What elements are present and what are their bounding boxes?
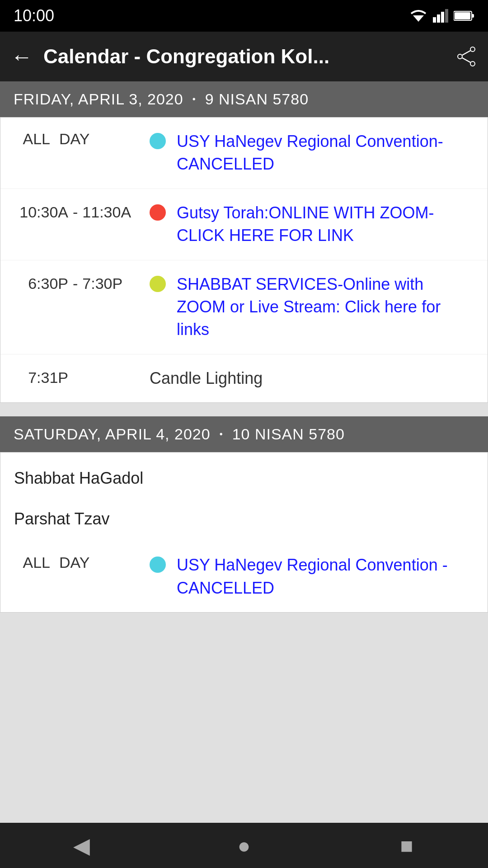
table-row: 7:31P Candle Lighting: [0, 354, 488, 402]
dot-separator-friday: •: [192, 94, 196, 104]
event-time-allday-5: ALL DAY: [14, 554, 150, 571]
event-time-allday-1: ALL DAY: [14, 130, 150, 148]
dot-separator-saturday: •: [220, 429, 223, 439]
event-title-3[interactable]: SHABBAT SERVICES-Online with ZOOM or Liv…: [177, 273, 474, 341]
calendar-content: FRIDAY, APRIL 3, 2020 • 9 NISAN 5780 ALL…: [0, 81, 488, 644]
nav-home-button[interactable]: ●: [221, 823, 267, 868]
svg-rect-6: [472, 14, 474, 18]
day-date-friday: FRIDAY, APRIL 3, 2020: [14, 90, 183, 108]
svg-line-11: [462, 51, 470, 55]
svg-marker-0: [413, 15, 424, 22]
day-section-friday: FRIDAY, APRIL 3, 2020 • 9 NISAN 5780 ALL…: [0, 81, 488, 403]
table-row: 10:30A - 11:30A Gutsy Torah:ONLINE WITH …: [0, 189, 488, 260]
time-start-4: 7:31P: [14, 369, 68, 387]
day-section-saturday: SATURDAY, APRIL 4, 2020 • 10 NISAN 5780 …: [0, 416, 488, 613]
app-bar: ← Calendar - Congregation Kol...: [0, 32, 488, 81]
svg-line-12: [462, 58, 470, 62]
event-title-5[interactable]: USY HaNegev Regional Convention - CANCEL…: [177, 554, 474, 599]
day-date-saturday: SATURDAY, APRIL 4, 2020: [14, 425, 211, 443]
svg-point-10: [458, 54, 462, 59]
day-header-saturday: SATURDAY, APRIL 4, 2020 • 10 NISAN 5780: [0, 416, 488, 452]
svg-rect-3: [441, 12, 444, 23]
status-time: 10:00: [14, 6, 54, 25]
status-bar: 10:00: [0, 0, 488, 32]
time-start-3: 6:30P: [14, 275, 68, 292]
day-body-friday: ALL DAY USY HaNegev Regional Convention-…: [0, 117, 488, 403]
event-time-3: 6:30P - 7:30P: [14, 273, 150, 292]
table-row: 6:30P - 7:30P SHABBAT SERVICES-Online wi…: [0, 260, 488, 354]
nav-bar: ◀ ● ■: [0, 823, 488, 868]
time-sep-3: -: [73, 275, 78, 292]
svg-rect-2: [437, 14, 440, 23]
event-title-1[interactable]: USY HaNegev Regional Convention-CANCELLE…: [177, 130, 474, 176]
svg-rect-4: [445, 9, 448, 23]
day-body-saturday: Shabbat HaGadol Parshat Tzav ALL DAY USY…: [0, 452, 488, 613]
signal-icon: [433, 9, 448, 23]
status-icons: [409, 9, 474, 23]
table-row: ALL DAY USY HaNegev Regional Convention …: [0, 541, 488, 612]
time-start-2: 10:30A: [14, 203, 68, 221]
event-dot-yellow-3: [150, 276, 166, 292]
day-hebrew-friday: 9 NISAN 5780: [205, 90, 309, 108]
day-label-5: DAY: [59, 554, 89, 571]
time-end-3: 7:30P: [82, 275, 122, 292]
event-title-4: Candle Lighting: [150, 367, 474, 390]
time-end-2: 11:30A: [82, 203, 131, 221]
event-dot-cyan-5: [150, 557, 166, 573]
svg-rect-1: [433, 17, 436, 23]
day-header-friday: FRIDAY, APRIL 3, 2020 • 9 NISAN 5780: [0, 81, 488, 117]
special-item-shabbat: Shabbat HaGadol: [0, 453, 488, 497]
special-item-parshat: Parshat Tzav: [0, 497, 488, 541]
day-hebrew-saturday: 10 NISAN 5780: [232, 425, 345, 443]
all-label: ALL: [14, 130, 50, 148]
svg-point-8: [470, 47, 475, 52]
table-row: ALL DAY USY HaNegev Regional Convention-…: [0, 118, 488, 189]
nav-recents-button[interactable]: ■: [384, 823, 429, 868]
nav-back-button[interactable]: ◀: [59, 823, 104, 868]
svg-point-9: [470, 61, 475, 66]
event-dot-cyan-1: [150, 133, 166, 149]
back-button[interactable]: ←: [11, 44, 33, 69]
battery-icon: [454, 10, 474, 21]
share-icon[interactable]: [455, 46, 477, 67]
wifi-icon: [409, 9, 427, 23]
event-title-2[interactable]: Gutsy Torah:ONLINE WITH ZOOM-CLICK HERE …: [177, 202, 474, 247]
day-label: DAY: [59, 130, 89, 148]
event-time-2: 10:30A - 11:30A: [14, 202, 150, 221]
time-sep-2: -: [73, 203, 78, 221]
page-title: Calendar - Congregation Kol...: [43, 45, 455, 68]
all-label-5: ALL: [14, 554, 50, 571]
event-time-4: 7:31P: [14, 367, 150, 387]
svg-rect-7: [455, 12, 470, 19]
event-dot-red-2: [150, 204, 166, 221]
